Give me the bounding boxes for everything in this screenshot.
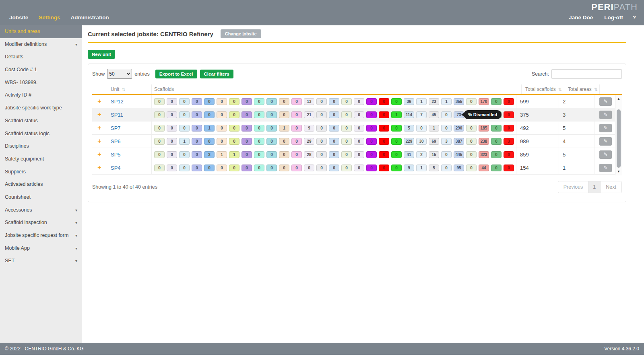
scaffold-status-badge: 0 [329,98,339,105]
sidebar-item-mobile-app[interactable]: Mobile App▾ [0,242,82,255]
sidebar-item-countsheet[interactable]: Countsheet [0,191,82,204]
expand-row-icon[interactable]: + [97,164,101,171]
nav-item-settings[interactable]: Settings [33,12,65,23]
scaffold-status-badge: 0 [416,125,427,132]
edit-unit-button[interactable]: ✎ [599,124,612,132]
logoff-button[interactable]: Log-off [599,12,628,23]
sidebar-item-scaffold-status-logic[interactable]: Scaffold status logic [0,128,82,140]
edit-unit-button[interactable]: ✎ [599,164,612,172]
next-page-button[interactable]: Next [601,181,621,193]
scaffold-status-badge: 0 [179,151,190,158]
scaffold-status-badge: 0 [242,138,252,145]
scaffold-status-badge: 0 [504,111,514,118]
sidebar-item-wbs-103989[interactable]: WBS- 103989. [0,76,82,89]
sidebar-item-activity-id[interactable]: Activity ID # [0,89,82,102]
total-scaffolds-cell: 599 [516,95,559,108]
nav-item-jobsite[interactable]: Jobsite [4,12,33,23]
sidebar-item-set[interactable]: SET▾ [0,255,82,267]
logo-path: PATH [614,2,638,12]
unit-link[interactable]: SP6 [111,138,121,144]
sort-icon[interactable]: ⇅ [558,87,562,92]
scaffold-status-badge: 0 [391,151,402,158]
sidebar-item-cost-code-1[interactable]: Cost Code # 1 [0,64,82,76]
header-total-scaffolds[interactable]: Total scaffolds ⇅ [522,84,564,94]
unit-link[interactable]: SP11 [111,112,123,118]
sidebar-item-accessories[interactable]: Accessories▾ [0,204,82,217]
header-total-areas[interactable]: Total areas ⇅ [564,84,600,94]
vertical-scrollbar[interactable]: ▲ ▼ [615,95,622,175]
sidebar-item-disciplines[interactable]: Disciplines [0,140,82,153]
sidebar-item-jobsite-specific-request-form[interactable]: Jobsite specific request form▾ [0,229,82,242]
table-header: Unit ⇅ Scaffolds Total scaffolds ⇅ Total… [92,84,622,95]
unit-cell: SP4 [107,161,152,174]
help-icon[interactable]: ? [629,12,640,23]
expand-row-icon[interactable]: + [97,124,101,131]
scaffold-status-badge: 23 [429,98,439,105]
scaffold-status-badge: 1 [229,151,239,158]
scrollbar-up-icon[interactable]: ▲ [615,96,622,102]
scaffold-status-badge: 0 [217,165,227,171]
unit-link[interactable]: SP12 [111,99,124,105]
page-length-select[interactable]: 50 [107,69,132,79]
unit-link[interactable]: SP4 [111,165,121,171]
scrollbar-thumb[interactable] [617,109,621,168]
total-scaffolds-value: 375 [520,112,529,118]
export-excel-button[interactable]: Export to Excel [155,70,197,78]
expand-row-icon[interactable]: + [97,138,101,144]
edit-unit-button[interactable]: ✎ [599,137,612,146]
sidebar-item-safety-equipment[interactable]: Safety equipment [0,153,82,166]
table-footer: Showing 1 to 40 of 40 entries Previous 1… [92,181,622,193]
scaffold-status-badge: 0 [192,125,202,132]
entries-label: entries [134,71,150,77]
total-scaffolds-value: 154 [520,165,529,171]
expand-row-icon[interactable]: + [97,98,101,105]
clear-filters-button[interactable]: Clear filters [200,70,233,78]
change-jobsite-button[interactable]: Change jobsite [221,29,261,38]
expand-row-icon[interactable]: + [97,151,101,158]
edit-unit-button[interactable]: ✎ [599,150,612,159]
unit-link[interactable]: SP7 [111,125,121,131]
sidebar-item-label: Scaffold status logic [5,131,50,136]
expand-row-icon[interactable]: + [97,111,101,118]
app-footer: © 2022 - CENTRIO GmbH & Co. KG Version 4… [0,343,644,355]
sidebar-item-scaffold-inspection[interactable]: Scaffold inspection▾ [0,216,82,229]
table-row: +SP5000031100000280000000412150445032300… [92,148,615,161]
sidebar-item-scaffold-status[interactable]: Scaffold status [0,115,82,128]
sidebar-item-modifier-definitions[interactable]: Modifier definitions▾ [0,38,82,51]
header-unit[interactable]: Unit ⇅ [107,84,152,94]
scaffold-status-badge: 0 [379,138,389,145]
unit-cell: SP5 [107,148,152,161]
scaffold-status-badge: 0 [366,98,377,105]
app-logo: PERIPATH [591,2,638,12]
sidebar-item-units-and-areas[interactable]: Units and areas [0,25,82,38]
page-number-button[interactable]: 1 [588,181,601,193]
edit-unit-button[interactable]: ✎ [599,111,612,119]
scaffold-status-badge: 0 [491,165,502,171]
user-name[interactable]: Jane Doe [563,12,599,23]
edit-unit-button[interactable]: ✎ [599,97,612,106]
sidebar-item-jobsite-specific-work-type[interactable]: Jobsite specific work type [0,102,82,115]
total-areas-value: 4 [563,138,566,144]
new-unit-button[interactable]: New unit [88,50,115,59]
chevron-down-icon: ▾ [75,204,77,217]
sidebar-item-defaults[interactable]: Defaults [0,51,82,64]
scaffold-status-badge: 95 [454,165,464,171]
unit-link[interactable]: SP5 [111,152,121,158]
total-areas-value: 5 [563,152,566,158]
scrollbar-down-icon[interactable]: ▼ [615,169,622,175]
previous-page-button[interactable]: Previous [558,181,588,193]
sidebar-item-label: Accessories [5,207,32,213]
scaffold-status-badge: 0 [192,98,202,105]
sidebar-item-activated-articles[interactable]: Activated articles [0,178,82,191]
scaffold-status-badge: 0 [154,165,165,171]
search-input[interactable] [551,69,622,79]
pencil-icon: ✎ [603,165,607,171]
total-areas-cell: 3 [559,108,594,121]
total-scaffolds-cell: 492 [516,121,559,134]
scaffold-status-badge: 0 [254,111,264,118]
sidebar-item-suppliers[interactable]: Suppliers [0,166,82,179]
sort-icon[interactable]: ⇅ [122,87,125,92]
nav-item-administration[interactable]: Administration [66,12,114,23]
sort-icon[interactable]: ⇅ [594,87,598,92]
scaffold-status-badge: 2 [416,151,427,158]
